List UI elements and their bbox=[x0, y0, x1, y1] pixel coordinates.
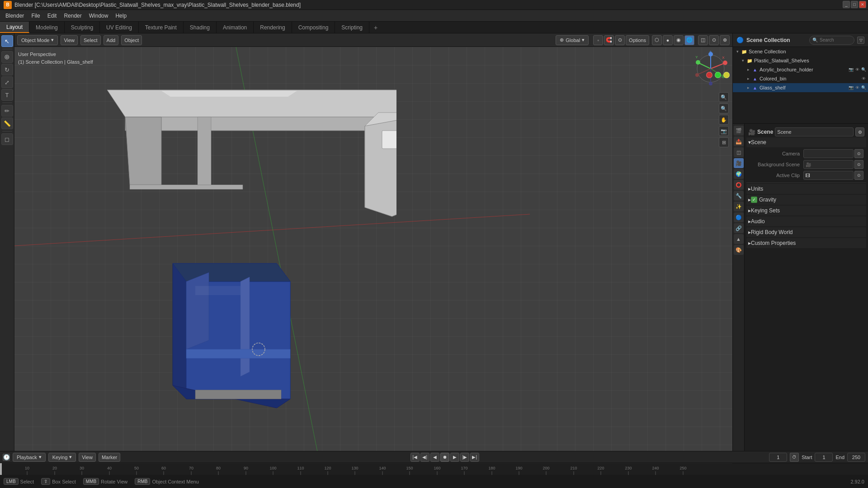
tab-rendering[interactable]: Rendering bbox=[254, 22, 292, 33]
expand-arrow-plastic[interactable]: ▾ bbox=[740, 58, 745, 63]
current-frame-input[interactable]: 1 bbox=[769, 453, 787, 462]
data-props-icon[interactable]: ▲ bbox=[734, 234, 744, 244]
units-section-header[interactable]: ▸ Units bbox=[746, 184, 866, 194]
lamp-green[interactable] bbox=[715, 72, 721, 78]
add-menu[interactable]: Add bbox=[104, 35, 119, 45]
menu-blender[interactable]: Blender bbox=[2, 12, 28, 20]
timeline-ruler[interactable]: 10 20 30 40 50 60 70 80 90 100 110 120 1… bbox=[0, 463, 868, 475]
menu-render[interactable]: Render bbox=[60, 12, 85, 20]
minimize-button[interactable]: _ bbox=[843, 1, 850, 8]
xray-toggle[interactable]: ◫ bbox=[698, 35, 708, 45]
viewport-shading-render[interactable]: 🌐 bbox=[684, 35, 694, 45]
play-reverse-button[interactable]: ◀ bbox=[430, 453, 439, 462]
rigid-body-world-section-header[interactable]: ▸ Rigid Body World bbox=[746, 227, 866, 237]
stop-button[interactable]: ⏺ bbox=[440, 453, 449, 462]
constraints-props-icon[interactable]: 🔗 bbox=[734, 223, 744, 233]
material-props-icon[interactable]: 🎨 bbox=[734, 245, 744, 255]
menu-file[interactable]: File bbox=[28, 12, 43, 20]
play-button[interactable]: ▶ bbox=[450, 453, 459, 462]
overlay-toggle[interactable]: ⊙ bbox=[709, 35, 719, 45]
bg-scene-eyedropper[interactable]: ⊙ bbox=[854, 160, 863, 169]
physics-props-icon[interactable]: 🔵 bbox=[734, 212, 744, 222]
tab-modeling[interactable]: Modeling bbox=[29, 22, 65, 33]
jump-start-button[interactable]: |◀ bbox=[410, 453, 420, 462]
viewport-canvas[interactable]: User Perspective (1) Scene Collection | … bbox=[14, 47, 732, 451]
tool-add-object[interactable]: ◻ bbox=[1, 133, 13, 145]
add-workspace-button[interactable]: + bbox=[369, 22, 382, 33]
jump-end-button[interactable]: ▶| bbox=[470, 453, 479, 462]
maximize-button[interactable]: □ bbox=[851, 1, 858, 8]
tool-select[interactable]: ↖ bbox=[1, 35, 13, 47]
transform-pivot[interactable]: ◦ bbox=[593, 35, 603, 45]
outliner-item-glass-shelf[interactable]: ▸ ▲ Glass_shelf 📷 👁 🔍 bbox=[733, 83, 868, 92]
keying-dropdown[interactable]: Keying ▾ bbox=[48, 453, 76, 462]
end-frame-input[interactable]: 250 bbox=[847, 453, 865, 462]
render-props-icon[interactable]: 🎬 bbox=[734, 126, 744, 136]
fps-button[interactable]: ⏱ bbox=[790, 453, 799, 462]
tool-rotate[interactable]: ↻ bbox=[1, 64, 13, 75]
options-btn[interactable]: Options bbox=[626, 35, 649, 45]
select-menu[interactable]: Select bbox=[80, 35, 101, 45]
tab-scripting[interactable]: Scripting bbox=[335, 22, 369, 33]
viewport-shading-material[interactable]: ◉ bbox=[674, 35, 684, 45]
tab-compositing[interactable]: Compositing bbox=[292, 22, 335, 33]
custom-properties-section-header[interactable]: ▸ Custom Properties bbox=[746, 238, 866, 248]
outliner-item-root[interactable]: ▾ 📁 Scene Collection bbox=[733, 47, 868, 56]
menu-edit[interactable]: Edit bbox=[44, 12, 61, 20]
world-props-icon[interactable]: 🌍 bbox=[734, 169, 744, 179]
object-props-icon[interactable]: ⭕ bbox=[734, 180, 744, 190]
playback-dropdown[interactable]: Playback ▾ bbox=[13, 453, 46, 462]
tab-sculpting[interactable]: Sculpting bbox=[65, 22, 100, 33]
menu-help[interactable]: Help bbox=[112, 12, 130, 20]
menu-window[interactable]: Window bbox=[85, 12, 112, 20]
expand-arrow-glass[interactable]: ▸ bbox=[745, 85, 751, 90]
view-menu[interactable]: View bbox=[61, 35, 78, 45]
camera-value[interactable] bbox=[803, 149, 854, 158]
particles-props-icon[interactable]: ✨ bbox=[734, 202, 744, 211]
tool-annotate[interactable]: ✏ bbox=[1, 105, 13, 117]
timeline-view-menu[interactable]: View bbox=[79, 453, 96, 462]
camera-icon-glass[interactable]: 📷 bbox=[848, 85, 854, 90]
view-layer-props-icon[interactable]: ◫ bbox=[734, 147, 744, 157]
tool-scale[interactable]: ⤢ bbox=[1, 76, 13, 88]
render-icon-acrylic[interactable]: 👁 bbox=[854, 67, 860, 72]
tool-move[interactable]: ⊕ bbox=[1, 51, 13, 63]
zoom-in-button[interactable]: 🔍 bbox=[719, 92, 729, 102]
timeline-type-button[interactable]: 🕐 bbox=[3, 454, 10, 461]
proportional-edit[interactable]: ⊙ bbox=[615, 35, 625, 45]
camera-view-button[interactable]: 📷 bbox=[719, 126, 729, 136]
output-props-icon[interactable]: 📤 bbox=[734, 136, 744, 146]
tab-animation[interactable]: Animation bbox=[217, 22, 254, 33]
audio-section-header[interactable]: ▸ Audio bbox=[746, 216, 866, 226]
scene-props-settings[interactable]: ⚙ bbox=[855, 127, 864, 136]
scene-name-input[interactable]: Scene bbox=[775, 127, 854, 136]
gizmos-toggle[interactable]: ⊕ bbox=[720, 35, 730, 45]
outliner-item-colored-bin[interactable]: ▸ ▲ Colored_bin 👁 bbox=[733, 74, 868, 83]
render-icon-glass[interactable]: 👁 bbox=[854, 85, 860, 90]
tab-shading[interactable]: Shading bbox=[184, 22, 217, 33]
lamp-yellow[interactable] bbox=[723, 72, 730, 78]
expand-arrow-root[interactable]: ▾ bbox=[735, 49, 740, 54]
close-button[interactable]: ✕ bbox=[859, 1, 866, 8]
outliner-search[interactable] bbox=[820, 38, 851, 42]
tab-layout[interactable]: Layout bbox=[0, 22, 29, 33]
gravity-checkbox[interactable]: ✓ bbox=[751, 197, 757, 203]
camera-eyedropper[interactable]: ⊙ bbox=[854, 149, 863, 158]
prev-keyframe-button[interactable]: ◀| bbox=[420, 453, 429, 462]
restrict-icon-bin[interactable]: 👁 bbox=[861, 76, 866, 81]
scene-section-header[interactable]: ▾ Scene bbox=[746, 137, 866, 147]
tool-transform[interactable]: T bbox=[1, 89, 13, 101]
snap-toggle[interactable]: 🧲 bbox=[604, 35, 614, 45]
active-clip-value[interactable]: 🎞 bbox=[803, 171, 854, 180]
expand-arrow-bin[interactable]: ▸ bbox=[745, 76, 751, 81]
transform-dropdown[interactable]: ⊕ Global ▾ bbox=[556, 35, 589, 45]
start-frame-input[interactable]: 1 bbox=[815, 453, 833, 462]
pan-button[interactable]: ✋ bbox=[719, 115, 729, 125]
scene-props-icon[interactable]: 🎥 bbox=[734, 158, 744, 168]
viewport-shading-wire[interactable]: ⬡ bbox=[652, 35, 662, 45]
viewport-shading-solid[interactable]: ● bbox=[663, 35, 673, 45]
lamp-red[interactable] bbox=[706, 72, 712, 78]
keying-sets-section-header[interactable]: ▸ Keying Sets bbox=[746, 206, 866, 216]
hide-icon-acrylic[interactable]: 🔍 bbox=[861, 67, 866, 72]
expand-arrow-acrylic[interactable]: ▸ bbox=[745, 67, 751, 72]
